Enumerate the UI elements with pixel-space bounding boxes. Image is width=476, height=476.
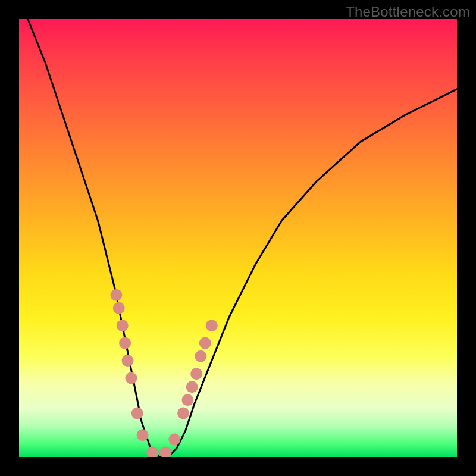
data-marker [190, 368, 202, 380]
chart-frame: TheBottleneck.com [0, 0, 476, 476]
data-marker [195, 350, 206, 362]
data-marker [147, 447, 159, 457]
plot-area [19, 19, 457, 457]
bottleneck-curve [28, 19, 457, 457]
data-marker [160, 447, 172, 457]
data-marker [168, 434, 180, 446]
watermark-text: TheBottleneck.com [346, 4, 470, 20]
marker-cluster-right [160, 320, 218, 457]
chart-svg [19, 19, 457, 457]
data-marker [206, 320, 218, 331]
data-marker [131, 407, 143, 419]
data-marker [186, 381, 198, 393]
data-marker [181, 394, 193, 406]
data-marker [137, 429, 149, 441]
data-marker [110, 289, 122, 301]
data-marker [199, 337, 211, 349]
data-marker [122, 355, 134, 367]
data-marker [119, 337, 131, 349]
data-marker [125, 372, 137, 384]
data-marker [113, 302, 125, 314]
data-marker [117, 320, 129, 331]
data-marker [177, 407, 189, 419]
marker-cluster-left [110, 289, 158, 457]
